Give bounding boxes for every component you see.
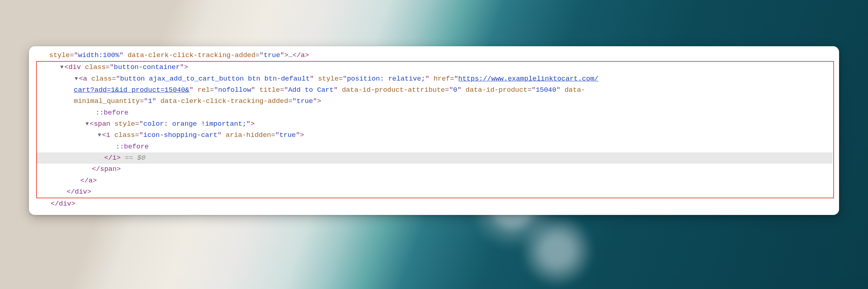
expand-toggle-icon[interactable]: ▼	[97, 131, 102, 140]
pseudo-before[interactable]: ::before	[38, 141, 833, 152]
dom-node-outer-div-close[interactable]: </div>	[34, 198, 834, 210]
selected-element-outline: ▼<div class="button-container"> ▼<a clas…	[36, 61, 834, 198]
dom-tree: style="width:100%" data-clerk-click-trac…	[34, 50, 834, 210]
dom-node-a-close[interactable]: </a>	[38, 175, 833, 186]
devtools-elements-panel: style="width:100%" data-clerk-click-trac…	[29, 46, 839, 215]
dom-node-div-button-container-close[interactable]: </div>	[38, 186, 833, 198]
selected-element-marker: == $0	[125, 154, 145, 162]
expand-toggle-icon[interactable]: ▼	[85, 120, 90, 129]
dom-node-a-add-to-cart-open-wrap2[interactable]: minimal_quantity="1" data-clerk-click-tr…	[38, 96, 833, 107]
expand-toggle-icon[interactable]: ▼	[74, 75, 79, 84]
dom-node-a-add-to-cart-open[interactable]: ▼<a class="button ajax_add_to_cart_butto…	[38, 73, 833, 85]
dom-line-prev-anchor-tail[interactable]: style="width:100%" data-clerk-click-trac…	[34, 50, 834, 61]
dom-node-span-close[interactable]: </span>	[38, 164, 833, 175]
expand-toggle-icon[interactable]: ▼	[59, 63, 64, 72]
dom-node-a-add-to-cart-open-wrap1[interactable]: cart?add=1&id_product=15040&" rel="nofol…	[38, 85, 833, 96]
dom-node-div-button-container-open[interactable]: ▼<div class="button-container">	[38, 62, 833, 73]
pseudo-before[interactable]: ::before	[38, 107, 833, 118]
href-link[interactable]: cart?add=1&id_product=15040&	[74, 86, 189, 94]
href-link[interactable]: https://www.examplelinktocart.com/	[458, 75, 599, 83]
dom-node-i-icon-close-selected[interactable]: </i> == $0	[37, 152, 833, 164]
dom-node-i-icon-open[interactable]: ▼<i class="icon-shopping-cart" aria-hidd…	[38, 130, 833, 141]
dom-node-span-open[interactable]: ▼<span style="color: orange !important;"…	[38, 118, 833, 130]
